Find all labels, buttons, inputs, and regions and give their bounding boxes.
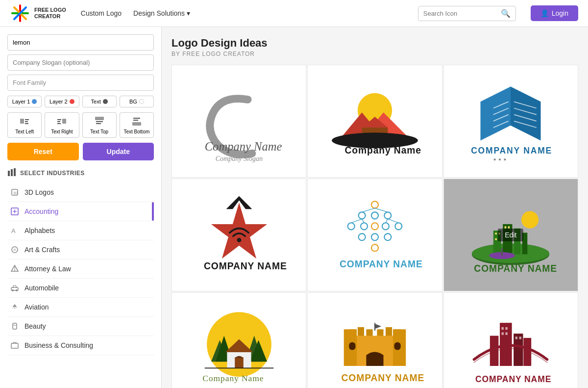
layer2-color-dot <box>70 99 74 104</box>
svg-rect-87 <box>495 233 497 235</box>
update-button[interactable]: Update <box>83 143 154 160</box>
layer1-color-dot <box>32 99 37 104</box>
svg-point-92 <box>521 211 539 229</box>
logo-card-9[interactable]: COMPANY NAME <box>443 292 578 388</box>
svg-text:A: A <box>11 227 16 234</box>
svg-rect-116 <box>394 342 401 350</box>
svg-line-78 <box>362 219 364 223</box>
industry-item-alphabets[interactable]: A Alphabets <box>7 221 154 240</box>
user-icon: 👤 <box>540 9 549 17</box>
search-icon: 🔍 <box>501 9 511 18</box>
nav-design-solutions[interactable]: Design Solutions ▾ <box>133 9 190 17</box>
svg-point-67 <box>371 223 378 230</box>
login-button[interactable]: 👤 Login <box>531 5 578 21</box>
logo-card-4[interactable]: COMPANY NAME <box>172 179 306 291</box>
industry-item-business-consulting[interactable]: Business & Consulting <box>7 336 154 355</box>
svg-text:3D: 3D <box>13 191 18 195</box>
svg-point-69 <box>395 223 402 230</box>
svg-rect-123 <box>524 338 532 366</box>
page-subtitle: BY FREE LOGO CREATOR <box>172 51 578 57</box>
text-color-btn[interactable]: Text <box>82 96 117 107</box>
layer2-color-btn[interactable]: Layer 2 <box>45 96 79 107</box>
reset-button[interactable]: Reset <box>7 143 79 160</box>
svg-rect-18 <box>8 171 10 176</box>
logo-svg-4: COMPANY NAME <box>179 192 299 278</box>
site-logo[interactable]: FREE LOGO CREATOR <box>10 3 66 24</box>
layer1-color-btn[interactable]: Layer 1 <box>7 96 42 107</box>
svg-rect-126 <box>502 333 504 335</box>
text-bottom-btn[interactable]: Text Bottom <box>120 112 154 138</box>
svg-rect-124 <box>502 327 504 330</box>
svg-text:COMPANY NAME: COMPANY NAME <box>204 261 287 271</box>
svg-rect-5 <box>25 119 29 120</box>
svg-rect-115 <box>349 342 355 350</box>
logo-card-2[interactable]: Company Name <box>307 65 442 178</box>
industry-item-attorney-law[interactable]: Attorney & Law <box>7 259 154 279</box>
industry-item-beauty[interactable]: Beauty <box>7 317 154 336</box>
svg-rect-7 <box>25 123 28 124</box>
svg-marker-118 <box>375 324 381 329</box>
svg-text:COMPANY NAME: COMPANY NAME <box>474 263 558 274</box>
industry-item-accounting[interactable]: Accounting <box>7 202 154 221</box>
svg-line-79 <box>386 219 388 223</box>
svg-text:COMPANY NAME: COMPANY NAME <box>341 373 424 383</box>
svg-rect-17 <box>133 120 138 121</box>
color-buttons-group: Layer 1 Layer 2 Text BG <box>7 96 154 107</box>
svg-marker-45 <box>511 87 540 141</box>
svg-text:● ● ●: ● ● ● <box>493 156 507 162</box>
text-right-btn[interactable]: Text Right <box>45 112 79 138</box>
logo-card-8[interactable]: COMPANY NAME <box>307 292 442 388</box>
logo-card-5[interactable]: COMPANY NAME <box>307 179 442 291</box>
svg-text:Company Name: Company Name <box>204 140 282 153</box>
svg-point-72 <box>384 233 391 240</box>
svg-rect-6 <box>25 121 28 122</box>
search-input[interactable] <box>423 10 501 17</box>
svg-rect-15 <box>132 122 141 126</box>
bg-color-dot <box>139 99 144 104</box>
svg-marker-57 <box>211 203 267 259</box>
text-left-btn[interactable]: Text Left <box>7 112 42 138</box>
svg-point-71 <box>371 233 378 240</box>
svg-point-62 <box>359 212 366 219</box>
sidebar: Font Family Layer 1 Layer 2 Text BG <box>0 27 162 388</box>
svg-point-65 <box>348 223 355 230</box>
automobile-icon <box>10 283 20 293</box>
text-top-icon <box>94 116 105 128</box>
svg-rect-103 <box>235 358 244 368</box>
nav-custom-logo[interactable]: Custom Logo <box>81 9 122 17</box>
svg-point-64 <box>384 212 391 219</box>
svg-point-30 <box>12 289 14 291</box>
industry-item-automobile[interactable]: Automobile <box>7 279 154 298</box>
action-buttons-group: Reset Update <box>7 143 154 160</box>
svg-line-75 <box>375 208 388 212</box>
logo-card-6[interactable]: COMPANY NAME Edit <box>443 179 578 291</box>
logo-card-1[interactable]: Company Name Company Slogan <box>172 65 306 178</box>
svg-point-70 <box>359 233 366 240</box>
industry-list: 3D 3D Logos Accounting A Alphabets <box>7 183 154 355</box>
font-family-select[interactable]: Font Family <box>7 75 154 91</box>
header-nav: Custom Logo Design Solutions ▾ <box>81 9 403 17</box>
logo-svg-5: COMPANY NAME <box>315 192 435 278</box>
search-bar[interactable]: 🔍 <box>418 6 516 21</box>
logo-svg-2: Company Name <box>315 78 435 164</box>
logo-card-7[interactable]: Company Name <box>172 292 306 388</box>
svg-rect-9 <box>57 119 61 120</box>
art-crafts-icon <box>10 245 20 255</box>
slogan-input[interactable] <box>7 54 154 71</box>
industry-item-art-crafts[interactable]: Art & Crafts <box>7 240 154 259</box>
3d-logos-icon: 3D <box>10 187 20 197</box>
svg-rect-19 <box>11 169 13 176</box>
svg-rect-13 <box>96 121 103 122</box>
industry-item-aviation[interactable]: Aviation <box>7 298 154 317</box>
logo-card-3[interactable]: COMPANY NAME ● ● ● <box>443 65 578 178</box>
edit-overlay[interactable]: Edit <box>498 229 523 241</box>
industry-item-3d-logos[interactable]: 3D 3D Logos <box>7 183 154 202</box>
svg-rect-11 <box>57 123 61 124</box>
svg-rect-4 <box>20 119 24 124</box>
logo-icon <box>10 3 30 24</box>
svg-rect-125 <box>506 327 508 330</box>
bg-color-btn[interactable]: BG <box>120 96 154 107</box>
logo-svg-1: Company Name Company Slogan <box>179 78 299 164</box>
text-top-btn[interactable]: Text Top <box>82 112 117 138</box>
company-name-input[interactable] <box>7 34 154 51</box>
